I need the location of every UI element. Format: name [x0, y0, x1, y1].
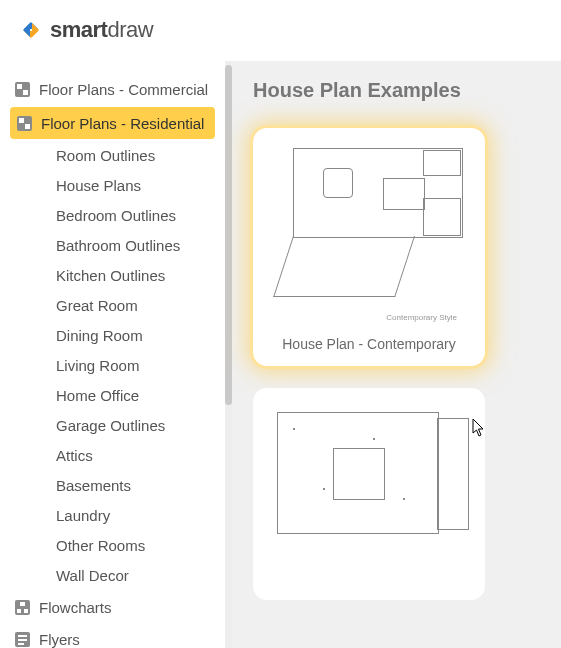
svg-rect-7	[20, 602, 25, 606]
sidebar-sub-great-room[interactable]: Great Room	[0, 291, 225, 321]
svg-rect-13	[18, 643, 24, 645]
sidebar-sub-garage-outlines[interactable]: Garage Outlines	[0, 411, 225, 441]
sidebar-sub-basements[interactable]: Basements	[0, 471, 225, 501]
sidebar-item-floor-plans-residential[interactable]: Floor Plans - Residential	[10, 107, 215, 139]
svg-rect-4	[19, 118, 24, 123]
svg-rect-9	[24, 609, 28, 613]
template-thumbnail	[263, 398, 475, 578]
sidebar-sub-attics[interactable]: Attics	[0, 441, 225, 471]
sidebar-sub-living-room[interactable]: Living Room	[0, 351, 225, 381]
scrollbar[interactable]	[225, 61, 232, 648]
sidebar-item-label: Flowcharts	[39, 599, 112, 616]
sidebar-sub-home-office[interactable]: Home Office	[0, 381, 225, 411]
sidebar-sub-wall-decor[interactable]: Wall Decor	[0, 561, 225, 591]
sidebar-item-flyers[interactable]: Flyers	[0, 623, 225, 648]
template-card-contemporary[interactable]: Contemporary Style House Plan - Contempo…	[253, 128, 485, 366]
sidebar-sub-bathroom-outlines[interactable]: Bathroom Outlines	[0, 231, 225, 261]
sidebar-sub-dining-room[interactable]: Dining Room	[0, 321, 225, 351]
app-header: smartdraw	[0, 0, 561, 61]
page-title: House Plan Examples	[253, 79, 561, 102]
sidebar-item-label: Flyers	[39, 631, 80, 648]
template-card-label: House Plan - Contemporary	[263, 336, 475, 352]
floorplan-icon	[14, 81, 31, 98]
sidebar-item-label: Floor Plans - Residential	[41, 115, 204, 132]
sidebar-sub-other-rooms[interactable]: Other Rooms	[0, 531, 225, 561]
logo-text-rest: draw	[107, 17, 153, 42]
svg-rect-2	[23, 90, 28, 95]
flowchart-icon	[14, 599, 31, 616]
svg-rect-5	[25, 124, 30, 129]
sidebar-sub-laundry[interactable]: Laundry	[0, 501, 225, 531]
sidebar-item-flowcharts[interactable]: Flowcharts	[0, 591, 225, 623]
logo-text: smartdraw	[50, 17, 153, 43]
svg-rect-8	[17, 609, 21, 613]
sidebar-item-label: Floor Plans - Commercial	[39, 81, 208, 98]
sidebar-sub-house-plans[interactable]: House Plans	[0, 171, 225, 201]
svg-rect-12	[18, 639, 27, 641]
logo-text-bold: smart	[50, 17, 107, 42]
sidebar-sub-bedroom-outlines[interactable]: Bedroom Outlines	[0, 201, 225, 231]
content-panel: House Plan Examples Contemporary Style H…	[225, 61, 561, 648]
template-thumbnail: Contemporary Style	[263, 138, 475, 328]
floorplan-icon	[16, 115, 33, 132]
svg-rect-11	[18, 635, 27, 637]
svg-rect-1	[17, 84, 22, 89]
flyers-icon	[14, 631, 31, 648]
sidebar-sub-kitchen-outlines[interactable]: Kitchen Outlines	[0, 261, 225, 291]
sidebar-sub-room-outlines[interactable]: Room Outlines	[0, 141, 225, 171]
sidebar-item-floor-plans-commercial[interactable]: Floor Plans - Commercial	[0, 73, 225, 105]
thumbnail-caption: Contemporary Style	[386, 313, 457, 322]
sidebar: Floor Plans - Commercial Floor Plans - R…	[0, 61, 225, 648]
logo-icon	[18, 17, 44, 43]
template-card-second[interactable]	[253, 388, 485, 600]
